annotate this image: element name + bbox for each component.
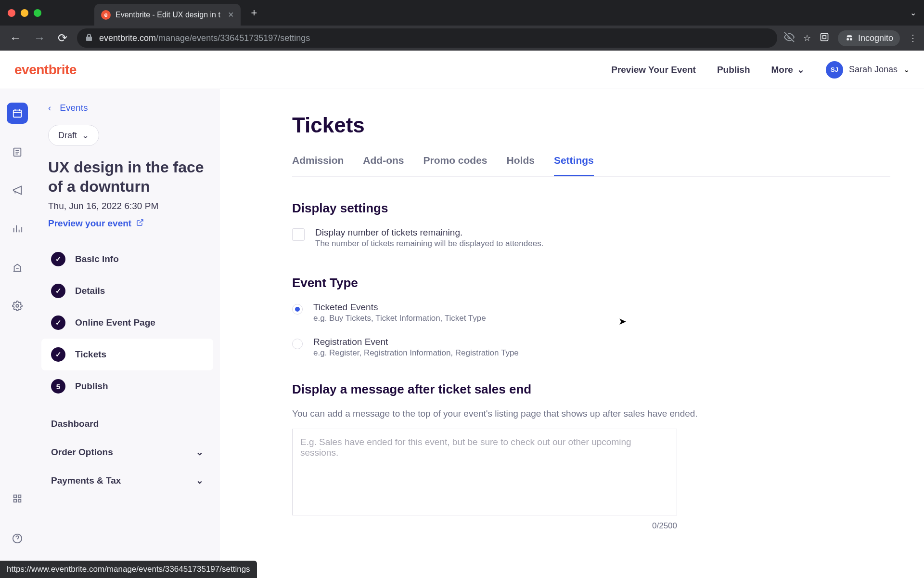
browser-toolbar: ← → ⟳ eventbrite.com/manage/events/33645…	[0, 26, 924, 51]
step-label: Details	[75, 286, 105, 296]
status-dropdown[interactable]: Draft ⌄	[48, 125, 99, 146]
rail-finance-icon[interactable]	[7, 257, 28, 278]
step-online-event-page[interactable]: ✓ Online Event Page	[41, 307, 213, 339]
content-area: Tickets Admission Add-ons Promo codes Ho…	[220, 89, 924, 578]
link-label: Payments & Tax	[51, 475, 121, 486]
icon-rail	[0, 89, 35, 578]
radio-sub: e.g. Register, Registration Information,…	[313, 348, 519, 358]
svg-rect-9	[14, 499, 17, 502]
url-text: eventbrite.com/manage/events/33645173519…	[99, 33, 310, 43]
rail-help-icon[interactable]	[7, 528, 28, 549]
sidebar-order-options[interactable]: Order Options ⌄	[41, 438, 213, 466]
tab-admission[interactable]: Admission	[292, 155, 344, 176]
star-icon[interactable]: ☆	[803, 33, 811, 43]
display-remaining-row: Display number of tickets remaining. The…	[292, 227, 890, 249]
chevron-left-icon: ‹	[48, 103, 51, 113]
check-icon: ✓	[51, 315, 65, 330]
svg-point-3	[850, 38, 852, 40]
registration-event-radio[interactable]	[292, 339, 303, 349]
svg-rect-1	[823, 35, 826, 39]
incognito-badge[interactable]: Incognito	[838, 30, 900, 46]
rail-orders-icon[interactable]	[7, 141, 28, 162]
char-count: 0/2500	[292, 521, 677, 531]
sidebar-dashboard[interactable]: Dashboard	[41, 410, 213, 438]
rail-marketing-icon[interactable]	[7, 180, 28, 201]
svg-rect-0	[821, 33, 828, 40]
reload-button[interactable]: ⟳	[55, 29, 70, 47]
preview-event-link[interactable]: Preview your event	[35, 218, 220, 243]
avatar: SJ	[826, 61, 843, 79]
external-link-icon	[136, 218, 144, 229]
browser-tab[interactable]: e Eventbrite - Edit UX design in t ×	[94, 4, 241, 26]
browser-tab-strip: e Eventbrite - Edit UX design in t × + ⌄	[0, 0, 924, 26]
rail-events-icon[interactable]	[7, 103, 28, 124]
tab-holds[interactable]: Holds	[507, 155, 535, 176]
window-maximize-button[interactable]	[34, 9, 41, 17]
window-minimize-button[interactable]	[21, 9, 28, 17]
menu-icon[interactable]: ⋮	[909, 33, 917, 43]
forward-button[interactable]: →	[31, 29, 48, 47]
chevron-down-icon: ⌄	[82, 130, 89, 141]
preview-event-link[interactable]: Preview Your Event	[611, 65, 696, 75]
back-label: Events	[60, 103, 88, 113]
section-title: Event Type	[292, 276, 890, 290]
eye-off-icon[interactable]	[784, 32, 795, 45]
setup-steps: ✓ Basic Info ✓ Details ✓ Online Event Pa…	[35, 243, 220, 402]
check-icon: ✓	[51, 284, 65, 298]
sidebar-payments-tax[interactable]: Payments & Tax ⌄	[41, 466, 213, 495]
incognito-label: Incognito	[858, 33, 893, 43]
step-publish[interactable]: 5 Publish	[41, 370, 213, 402]
new-tab-button[interactable]: +	[251, 7, 257, 19]
step-tickets[interactable]: ✓ Tickets	[41, 339, 213, 370]
sales-end-message-input[interactable]	[292, 429, 677, 515]
toolbar-icons: ☆ Incognito ⋮	[784, 30, 917, 46]
step-number: 5	[51, 379, 65, 394]
tab-promo-codes[interactable]: Promo codes	[424, 155, 488, 176]
ticketed-events-radio[interactable]	[292, 304, 303, 315]
registration-event-row: Registration Event e.g. Register, Regist…	[292, 337, 890, 358]
tab-settings[interactable]: Settings	[554, 155, 594, 176]
extensions-icon[interactable]	[820, 32, 829, 44]
user-menu[interactable]: SJ Sarah Jonas ⌄	[826, 61, 910, 79]
window-close-button[interactable]	[8, 9, 15, 17]
sidebar: ‹ Events Draft ⌄ UX design in the face o…	[35, 89, 220, 578]
chevron-down-icon: ⌄	[903, 65, 910, 74]
step-label: Tickets	[75, 349, 106, 360]
chevron-down-icon: ⌄	[196, 475, 204, 486]
display-settings-section: Display settings Display number of ticke…	[292, 201, 890, 249]
step-label: Basic Info	[75, 254, 119, 264]
ticketed-events-row: Ticketed Events e.g. Buy Tickets, Ticket…	[292, 302, 890, 323]
tab-addons[interactable]: Add-ons	[363, 155, 404, 176]
address-bar[interactable]: eventbrite.com/manage/events/33645173519…	[77, 28, 777, 48]
more-dropdown[interactable]: More ⌄	[771, 64, 805, 75]
radio-sub: e.g. Buy Tickets, Ticket Information, Ti…	[313, 314, 486, 323]
check-icon: ✓	[51, 347, 65, 362]
svg-point-2	[847, 38, 849, 40]
display-remaining-checkbox[interactable]	[292, 228, 305, 241]
logo[interactable]: eventbrite	[14, 62, 77, 78]
tab-title: Eventbrite - Edit UX design in t	[116, 11, 220, 19]
back-button[interactable]: ←	[7, 29, 24, 47]
tab-list-dropdown[interactable]: ⌄	[910, 8, 916, 17]
link-label: Dashboard	[51, 419, 99, 429]
link-label: Order Options	[51, 447, 113, 458]
tab-close-button[interactable]: ×	[228, 9, 234, 20]
rail-reports-icon[interactable]	[7, 218, 28, 239]
step-basic-info[interactable]: ✓ Basic Info	[41, 243, 213, 275]
status-label: Draft	[58, 131, 77, 141]
checkbox-label: Display number of tickets remaining.	[315, 227, 543, 238]
section-description: You can add a message to the top of your…	[292, 408, 890, 419]
sales-end-message-section: Display a message after ticket sales end…	[292, 382, 890, 531]
radio-label: Registration Event	[313, 337, 519, 347]
check-icon: ✓	[51, 252, 65, 266]
publish-link[interactable]: Publish	[717, 65, 750, 75]
step-details[interactable]: ✓ Details	[41, 275, 213, 307]
svg-rect-8	[18, 495, 21, 498]
chevron-down-icon: ⌄	[196, 447, 204, 458]
lock-icon	[86, 33, 92, 43]
back-to-events[interactable]: ‹ Events	[35, 103, 220, 125]
rail-settings-icon[interactable]	[7, 295, 28, 316]
rail-apps-icon[interactable]	[7, 488, 28, 509]
window-controls	[8, 9, 41, 17]
svg-rect-7	[14, 495, 17, 498]
